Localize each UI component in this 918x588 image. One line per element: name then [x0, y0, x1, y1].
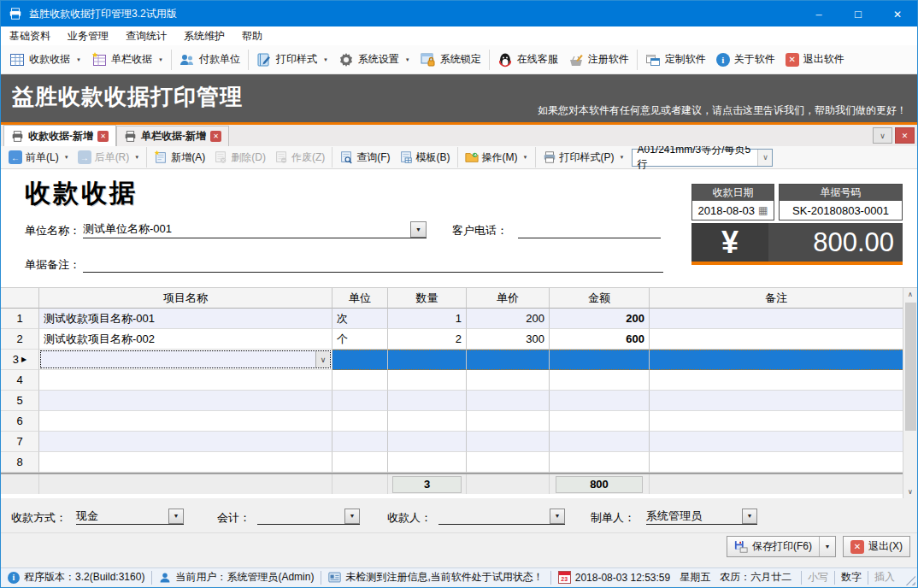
- grid-cell-qty[interactable]: [388, 391, 467, 411]
- grid-cell-note[interactable]: [650, 432, 903, 452]
- accountant-combobox[interactable]: [257, 508, 360, 525]
- grid-cell-qty[interactable]: 1: [388, 309, 467, 329]
- scroll-down-icon[interactable]: [904, 485, 917, 498]
- col-header-amount[interactable]: 金额: [550, 288, 650, 309]
- menu-query-stats[interactable]: 查询统计: [117, 26, 175, 45]
- menu-help[interactable]: 帮助: [233, 26, 271, 45]
- grid-cell-unit[interactable]: [332, 432, 388, 452]
- dropdown-arrow-button[interactable]: [550, 509, 565, 524]
- void-record-button[interactable]: 作废(Z): [270, 149, 329, 167]
- payment-method-combobox[interactable]: 现金: [76, 508, 184, 525]
- grid-cell-amount[interactable]: [550, 411, 650, 432]
- grid-cell-unit[interactable]: [332, 452, 388, 473]
- dropdown-arrow-button[interactable]: [168, 509, 184, 524]
- grid-cell-note[interactable]: [650, 329, 903, 350]
- grid-cell-qty[interactable]: [388, 350, 467, 370]
- toolbar-payer-button[interactable]: 付款单位: [174, 50, 245, 70]
- grid-cell-name[interactable]: [39, 452, 332, 473]
- grid-cell-qty[interactable]: 2: [388, 329, 467, 350]
- grid-cell-price[interactable]: [467, 391, 550, 411]
- maker-combobox[interactable]: 系统管理员: [646, 508, 757, 525]
- tab-receipt-new[interactable]: 收款收据-新增: [3, 125, 116, 146]
- customer-phone-input[interactable]: [518, 220, 661, 238]
- unit-name-combobox[interactable]: 测试单位名称-001: [83, 220, 427, 238]
- toolbar-receipt-button[interactable]: 收款收据: [4, 50, 86, 70]
- add-record-button[interactable]: 新增(A): [150, 149, 209, 167]
- grid-cell-amount[interactable]: [550, 391, 650, 411]
- row-number[interactable]: 8: [1, 452, 39, 473]
- receipt-note-input[interactable]: [83, 255, 663, 273]
- print-style-select[interactable]: A01/241mm/3等分/每页5行: [632, 149, 773, 167]
- grid-cell-note[interactable]: [650, 391, 903, 411]
- toolbar-lock-button[interactable]: 系统锁定: [415, 50, 486, 70]
- grid-cell-name[interactable]: [39, 391, 332, 411]
- grid-cell-price[interactable]: [467, 411, 550, 432]
- grid-cell-price[interactable]: [467, 432, 550, 452]
- payee-combobox[interactable]: [438, 508, 565, 525]
- minimize-button[interactable]: [799, 1, 839, 26]
- grid-cell-price[interactable]: 300: [467, 329, 550, 350]
- row-number[interactable]: 5: [1, 391, 39, 411]
- toolbar-about-button[interactable]: i 关于软件: [711, 50, 780, 69]
- item-name-editor-combobox[interactable]: [40, 350, 331, 368]
- grid-cell-name[interactable]: [39, 370, 332, 391]
- banner-feedback-link[interactable]: 如果您对本软件有任何意见或者建议，请点击这里告诉我们，帮助我们做的更好！: [538, 103, 907, 118]
- tab-close-all-button[interactable]: ✕: [895, 127, 915, 144]
- tab-close-icon[interactable]: [210, 131, 221, 142]
- template-button[interactable]: 模板(B): [395, 149, 455, 167]
- toolbar-custom-button[interactable]: 定制软件: [640, 50, 711, 70]
- row-number[interactable]: 3: [1, 350, 39, 370]
- scroll-up-icon[interactable]: [904, 288, 917, 301]
- col-header-note[interactable]: 备注: [650, 288, 903, 309]
- grid-cell-qty[interactable]: [388, 370, 467, 391]
- row-number[interactable]: 1: [1, 309, 39, 329]
- row-number[interactable]: 4: [1, 370, 39, 391]
- maximize-button[interactable]: [839, 1, 878, 26]
- tab-list-dropdown-button[interactable]: [873, 127, 892, 144]
- col-header-unit[interactable]: 单位: [332, 288, 388, 309]
- grid-cell-qty[interactable]: [388, 432, 467, 452]
- menu-business[interactable]: 业务管理: [59, 26, 117, 45]
- grid-cell-price[interactable]: [467, 350, 550, 370]
- toolbar-settings-button[interactable]: 系统设置: [333, 50, 415, 70]
- grid-cell-amount[interactable]: [550, 370, 650, 391]
- save-print-button[interactable]: 保存打印(F6): [727, 536, 836, 557]
- col-header-qty[interactable]: 数量: [388, 288, 467, 309]
- grid-cell-note[interactable]: [650, 452, 903, 473]
- grid-cell-amount[interactable]: [550, 452, 650, 473]
- receipt-date-field[interactable]: 2018-08-03: [692, 201, 774, 220]
- grid-cell-name[interactable]: 测试收款项目名称-002: [39, 329, 332, 350]
- exit-button[interactable]: 退出(X): [843, 536, 910, 557]
- grid-cell-price[interactable]: 200: [467, 309, 550, 329]
- combo-dropdown-button[interactable]: [757, 150, 772, 166]
- editor-dropdown-button[interactable]: [315, 351, 330, 368]
- grid-cell-name-editing[interactable]: [39, 350, 332, 370]
- grid-cell-name[interactable]: [39, 411, 332, 432]
- grid-cell-note[interactable]: [650, 350, 903, 370]
- menu-system-maint[interactable]: 系统维护: [175, 26, 233, 45]
- next-record-button[interactable]: 后单(R): [74, 149, 144, 167]
- calendar-icon[interactable]: [758, 205, 768, 215]
- col-header-price[interactable]: 单价: [467, 288, 550, 309]
- toolbar-print-style-button[interactable]: 打印样式: [251, 50, 333, 70]
- print-style-menu-button[interactable]: 打印样式(P): [538, 149, 629, 167]
- menu-basic-data[interactable]: 基础资料: [1, 26, 59, 45]
- toolbar-exit-button[interactable]: 退出软件: [780, 50, 850, 69]
- row-number[interactable]: 6: [1, 411, 39, 432]
- resize-grip[interactable]: [904, 574, 915, 585]
- vertical-scrollbar[interactable]: [903, 288, 917, 498]
- grid-cell-name[interactable]: [39, 432, 332, 452]
- row-number[interactable]: 7: [1, 432, 39, 452]
- grid-cell-qty[interactable]: [388, 452, 467, 473]
- delete-record-button[interactable]: 删除(D): [209, 149, 270, 167]
- grid-cell-unit[interactable]: [332, 411, 388, 432]
- grid-cell-amount[interactable]: [550, 350, 650, 370]
- col-header-name[interactable]: 项目名称: [39, 288, 332, 309]
- grid-cell-price[interactable]: [467, 452, 550, 473]
- save-options-dropdown[interactable]: [819, 537, 835, 556]
- grid-cell-amount[interactable]: [550, 432, 650, 452]
- scrollbar-thumb[interactable]: [905, 303, 916, 431]
- grid-cell-note[interactable]: [650, 309, 903, 329]
- query-button[interactable]: 查询(F): [335, 149, 394, 167]
- toolbar-support-button[interactable]: 在线客服: [492, 50, 563, 70]
